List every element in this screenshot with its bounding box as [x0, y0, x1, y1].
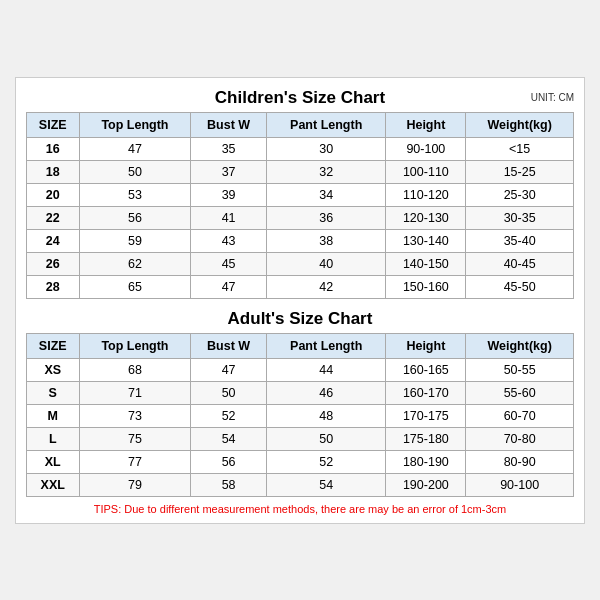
table-row: L755450175-18070-80 [27, 427, 574, 450]
table-cell: 175-180 [386, 427, 466, 450]
children-table: SIZE Top Length Bust W Pant Length Heigh… [26, 112, 574, 299]
table-cell: 52 [191, 404, 267, 427]
table-cell: L [27, 427, 80, 450]
table-cell: 90-100 [386, 137, 466, 160]
table-cell: 25-30 [466, 183, 574, 206]
table-cell: 35 [191, 137, 267, 160]
table-cell: 32 [266, 160, 386, 183]
children-col-bust-w: Bust W [191, 112, 267, 137]
table-row: 18503732100-11015-25 [27, 160, 574, 183]
table-cell: 34 [266, 183, 386, 206]
table-cell: 70-80 [466, 427, 574, 450]
table-cell: 150-160 [386, 275, 466, 298]
children-col-top-length: Top Length [79, 112, 191, 137]
table-row: 26624540140-15040-45 [27, 252, 574, 275]
table-cell: 73 [79, 404, 191, 427]
table-cell: 58 [191, 473, 267, 496]
adults-col-weight: Weight(kg) [466, 333, 574, 358]
table-cell: 43 [191, 229, 267, 252]
table-cell: 71 [79, 381, 191, 404]
table-cell: 20 [27, 183, 80, 206]
table-cell: 28 [27, 275, 80, 298]
unit-label: UNIT: CM [531, 92, 574, 103]
table-row: 20533934110-12025-30 [27, 183, 574, 206]
table-cell: 130-140 [386, 229, 466, 252]
table-cell: 170-175 [386, 404, 466, 427]
table-cell: 180-190 [386, 450, 466, 473]
table-cell: 39 [191, 183, 267, 206]
table-cell: 80-90 [466, 450, 574, 473]
table-cell: 190-200 [386, 473, 466, 496]
children-title: Children's Size Chart [215, 88, 385, 108]
table-cell: 41 [191, 206, 267, 229]
table-cell: 100-110 [386, 160, 466, 183]
table-cell: 56 [79, 206, 191, 229]
table-cell: 55-60 [466, 381, 574, 404]
table-cell: <15 [466, 137, 574, 160]
table-cell: 38 [266, 229, 386, 252]
table-cell: 50 [266, 427, 386, 450]
table-cell: 59 [79, 229, 191, 252]
table-cell: 62 [79, 252, 191, 275]
table-cell: XL [27, 450, 80, 473]
table-cell: 75 [79, 427, 191, 450]
table-cell: 140-150 [386, 252, 466, 275]
table-cell: 16 [27, 137, 80, 160]
table-cell: 52 [266, 450, 386, 473]
table-cell: 24 [27, 229, 80, 252]
adults-header-row: SIZE Top Length Bust W Pant Length Heigh… [27, 333, 574, 358]
table-cell: XXL [27, 473, 80, 496]
table-cell: 15-25 [466, 160, 574, 183]
table-cell: 44 [266, 358, 386, 381]
table-cell: 50 [79, 160, 191, 183]
table-cell: M [27, 404, 80, 427]
adults-table: SIZE Top Length Bust W Pant Length Heigh… [26, 333, 574, 497]
table-cell: 36 [266, 206, 386, 229]
table-cell: 40 [266, 252, 386, 275]
table-cell: 22 [27, 206, 80, 229]
children-col-size: SIZE [27, 112, 80, 137]
table-cell: 35-40 [466, 229, 574, 252]
table-cell: 160-165 [386, 358, 466, 381]
children-header-row: SIZE Top Length Bust W Pant Length Heigh… [27, 112, 574, 137]
table-cell: 60-70 [466, 404, 574, 427]
table-cell: 48 [266, 404, 386, 427]
table-cell: 65 [79, 275, 191, 298]
adults-col-size: SIZE [27, 333, 80, 358]
table-cell: 42 [266, 275, 386, 298]
table-row: M735248170-17560-70 [27, 404, 574, 427]
table-cell: 47 [191, 275, 267, 298]
children-col-height: Height [386, 112, 466, 137]
table-cell: 160-170 [386, 381, 466, 404]
adults-title: Adult's Size Chart [228, 309, 373, 329]
table-cell: 110-120 [386, 183, 466, 206]
table-cell: 54 [266, 473, 386, 496]
table-row: 22564136120-13030-35 [27, 206, 574, 229]
table-cell: 50 [191, 381, 267, 404]
table-cell: 90-100 [466, 473, 574, 496]
table-row: XXL795854190-20090-100 [27, 473, 574, 496]
adults-col-top-length: Top Length [79, 333, 191, 358]
table-cell: 40-45 [466, 252, 574, 275]
children-col-weight: Weight(kg) [466, 112, 574, 137]
table-row: 28654742150-16045-50 [27, 275, 574, 298]
table-row: 1647353090-100<15 [27, 137, 574, 160]
table-cell: 68 [79, 358, 191, 381]
table-cell: 120-130 [386, 206, 466, 229]
table-cell: 79 [79, 473, 191, 496]
table-cell: 30 [266, 137, 386, 160]
children-tbody: 1647353090-100<1518503732100-11015-25205… [27, 137, 574, 298]
table-cell: 53 [79, 183, 191, 206]
table-cell: 37 [191, 160, 267, 183]
table-cell: 45-50 [466, 275, 574, 298]
table-cell: 47 [191, 358, 267, 381]
table-cell: 47 [79, 137, 191, 160]
adults-col-pant-length: Pant Length [266, 333, 386, 358]
adults-title-row: Adult's Size Chart [26, 309, 574, 329]
chart-container: Children's Size Chart UNIT: CM SIZE Top … [15, 77, 585, 524]
table-cell: 26 [27, 252, 80, 275]
table-cell: 18 [27, 160, 80, 183]
table-cell: 54 [191, 427, 267, 450]
table-cell: 30-35 [466, 206, 574, 229]
adults-col-height: Height [386, 333, 466, 358]
